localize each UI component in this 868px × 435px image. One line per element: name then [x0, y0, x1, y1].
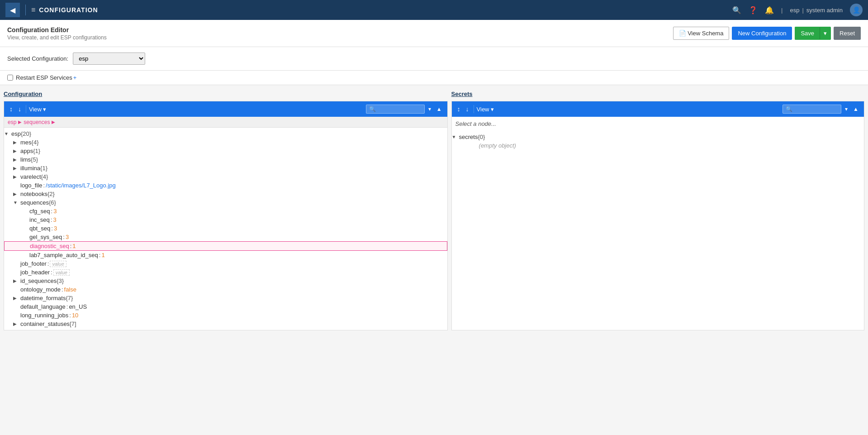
help-icon[interactable]: ❓: [749, 6, 758, 14]
tree-node-container-statuses[interactable]: ▶ container_statuses [7]: [4, 320, 447, 328]
key-secrets: secrets: [459, 134, 478, 140]
toggle-apps: ▶: [13, 148, 20, 153]
header-left: Configuration Editor View, create, and e…: [7, 26, 107, 41]
val-logo-file: /static/images/L7_Logo.jpg: [46, 182, 116, 189]
config-collapse-icon[interactable]: ▲: [435, 105, 444, 113]
tree-node-logo-file[interactable]: logo_file : /static/images/L7_Logo.jpg: [4, 181, 447, 190]
new-configuration-button[interactable]: New Configuration: [732, 27, 792, 40]
key-gel-sys-seq: gel_sys_seq: [29, 234, 62, 240]
secrets-collapse-button[interactable]: ↓: [464, 105, 471, 114]
val-qbt-seq: 3: [54, 225, 57, 232]
config-filter-icon[interactable]: ▾: [427, 105, 433, 113]
val-default-language: en_US: [69, 303, 87, 310]
config-view-button[interactable]: View ▾: [29, 106, 46, 113]
tree-node-sequences[interactable]: ▼ sequences {6}: [4, 198, 447, 207]
key-inc-seq: inc_seq: [29, 216, 50, 223]
tree-node-mes[interactable]: ▶ mes {4}: [4, 138, 447, 147]
key-default-language: default_language: [20, 303, 66, 310]
tree-node-notebooks[interactable]: ▶ notebooks {2}: [4, 190, 447, 198]
key-datetime-formats: datetime_formats: [20, 295, 66, 301]
empty-object-label: (empty object): [461, 142, 516, 149]
tree-node-long-running-jobs[interactable]: long_running_jobs : 10: [4, 311, 447, 320]
nav-title: CONFIGURATION: [39, 6, 729, 14]
config-select-dropdown[interactable]: esp default: [73, 53, 145, 65]
tree-node-job-footer[interactable]: job_footer : value: [4, 259, 447, 268]
tree-node-inc-seq[interactable]: inc_seq : 3: [4, 215, 447, 224]
config-collapse-all-button[interactable]: ↓: [16, 105, 23, 114]
val-inc-seq: 3: [53, 216, 56, 223]
search-icon[interactable]: 🔍: [732, 6, 741, 14]
configuration-panel: ↕ ↓ View ▾ ▾ ▲ esp ▶ sequences ▶: [4, 101, 448, 330]
menu-icon[interactable]: ≡: [31, 6, 35, 14]
config-tree-toolbar: ↕ ↓ View ▾ ▾ ▲: [4, 101, 447, 117]
val-long-running-jobs: 10: [72, 312, 78, 319]
save-dropdown-button[interactable]: ▾: [820, 27, 831, 40]
tree-node-secrets[interactable]: ▼ secrets {0}: [452, 133, 864, 141]
key-cfg-seq: cfg_seq: [29, 208, 50, 215]
toggle-lims: ▶: [13, 157, 20, 162]
secrets-search-bar: ▾ ▲: [783, 105, 860, 114]
tree-node-default-language[interactable]: default_language : en_US: [4, 302, 447, 311]
tree-node-cfg-seq[interactable]: cfg_seq : 3: [4, 207, 447, 215]
key-esp: esp: [11, 130, 21, 137]
configuration-section: Configuration ↕ ↓ View ▾ ▾ ▲ esp: [4, 89, 448, 330]
header-right: 📄 View Schema New Configuration Save ▾ R…: [673, 27, 861, 40]
config-search-input[interactable]: [366, 105, 425, 114]
tree-node-job-header[interactable]: job_header : value: [4, 268, 447, 277]
tree-node-esp[interactable]: ▼ esp {20}: [4, 129, 447, 138]
breadcrumb-esp[interactable]: esp: [8, 119, 16, 125]
key-sequences: sequences: [20, 199, 49, 206]
panels-wrapper: Configuration ↕ ↓ View ▾ ▾ ▲ esp: [0, 85, 868, 334]
restart-checkbox[interactable]: [7, 75, 13, 81]
back-button[interactable]: ◀: [5, 3, 20, 17]
view-schema-label: View Schema: [688, 30, 723, 37]
secrets-view-button[interactable]: View ▾: [477, 106, 494, 113]
key-job-footer: job_footer: [20, 260, 47, 267]
val-ontology-mode: false: [64, 286, 76, 293]
val-cfg-seq: 3: [53, 208, 57, 215]
configuration-section-title: Configuration: [4, 89, 448, 99]
val-job-header: value: [53, 269, 70, 276]
tree-node-lims[interactable]: ▶ lims {5}: [4, 155, 447, 164]
config-select-label: Selected Configuration:: [7, 55, 68, 62]
tree-node-apps[interactable]: ▶ apps {1}: [4, 147, 447, 155]
toggle-illumina: ▶: [13, 166, 20, 171]
tree-node-lab7-sample[interactable]: lab7_sample_auto_id_seq : 1: [4, 251, 447, 259]
restart-label[interactable]: Restart ESP Services+: [16, 74, 76, 81]
save-button[interactable]: Save: [795, 27, 820, 40]
tree-node-datetime-formats[interactable]: ▶ datetime_formats {7}: [4, 294, 447, 302]
toggle-mes: ▶: [13, 140, 20, 145]
key-apps: apps: [20, 148, 33, 154]
avatar: 👤: [850, 4, 863, 16]
key-diagnostic-seq: diagnostic_seq: [30, 243, 69, 249]
tree-node-varelect[interactable]: ▶ varelect {4}: [4, 172, 447, 181]
tree-node-qbt-seq[interactable]: qbt_seq : 3: [4, 224, 447, 233]
key-lab7-sample: lab7_sample_auto_id_seq: [29, 252, 98, 258]
view-label: View: [29, 106, 42, 113]
nav-icons: 🔍 ❓ 🔔 | esp | system admin 👤: [732, 4, 863, 16]
key-id-sequences: id_sequences: [20, 277, 57, 284]
toggle-secrets: ▼: [452, 134, 459, 139]
toggle-varelect: ▶: [13, 174, 20, 179]
tree-node-id-sequences[interactable]: ▶ id_sequences {3}: [4, 277, 447, 285]
secrets-search-input[interactable]: [783, 105, 841, 114]
tree-node-ontology-mode[interactable]: ontology_mode : false: [4, 285, 447, 294]
bell-icon[interactable]: 🔔: [765, 6, 774, 14]
breadcrumb-sequences[interactable]: sequences: [24, 119, 50, 125]
restart-bar: Restart ESP Services+: [0, 71, 868, 85]
system-label: system admin: [806, 7, 843, 14]
view-arrow: ▾: [43, 106, 46, 113]
tree-node-gel-sys-seq[interactable]: gel_sys_seq : 3: [4, 233, 447, 241]
secrets-filter-icon[interactable]: ▾: [843, 105, 849, 113]
secrets-expand-button[interactable]: ↕: [455, 105, 462, 114]
page-subtitle: View, create, and edit ESP configuration…: [7, 34, 107, 41]
toolbar-sep: [26, 105, 26, 113]
view-schema-button[interactable]: 📄 View Schema: [673, 27, 730, 40]
config-expand-button[interactable]: ↕: [8, 105, 14, 114]
tree-node-diagnostic-seq[interactable]: diagnostic_seq : 1: [4, 241, 447, 251]
user-info: esp | system admin: [790, 7, 843, 14]
secrets-collapse-icon[interactable]: ▲: [851, 105, 860, 113]
tree-node-illumina[interactable]: ▶ illumina {1}: [4, 164, 447, 172]
secrets-tree-toolbar: ↕ ↓ View ▾ ▾ ▲: [452, 101, 864, 117]
reset-button[interactable]: Reset: [834, 27, 861, 40]
